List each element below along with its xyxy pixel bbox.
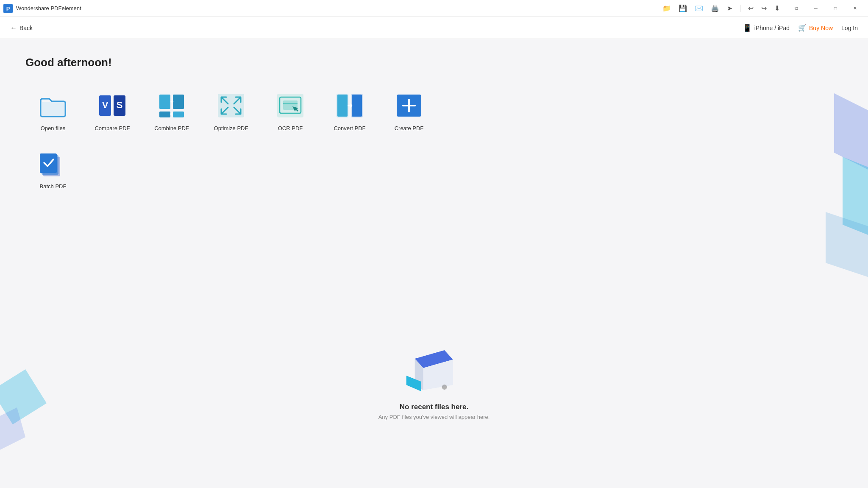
- optimize-pdf-icon: [216, 90, 246, 121]
- create-pdf-button[interactable]: Create PDF: [381, 86, 437, 136]
- ocr-pdf-label: OCR PDF: [278, 125, 303, 131]
- tools-grid: Open files V S Compare PDF: [25, 86, 843, 136]
- svg-text:V: V: [102, 100, 108, 110]
- navbar-right: 📱 iPhone / iPad 🛒 Buy Now Log In: [743, 23, 858, 33]
- redo-icon[interactable]: ↪: [760, 3, 768, 13]
- mobile-icon: 📱: [743, 23, 752, 33]
- ocr-pdf-button[interactable]: OCR PDF: [263, 86, 318, 136]
- svg-text:P: P: [6, 6, 10, 12]
- app-logo: P: [3, 4, 13, 13]
- combine-pdf-icon: [156, 90, 187, 121]
- combine-pdf-label: Combine PDF: [154, 125, 189, 131]
- empty-state-illustration: [404, 343, 464, 398]
- create-pdf-label: Create PDF: [395, 125, 424, 131]
- ocr-pdf-icon: [275, 90, 306, 121]
- compare-pdf-icon: V S: [97, 90, 128, 121]
- print-icon[interactable]: 🖨️: [709, 3, 721, 13]
- convert-pdf-icon: [334, 90, 365, 121]
- navbar: ← Back 📱 iPhone / iPad 🛒 Buy Now Log In: [0, 17, 868, 39]
- empty-state-title: No recent files here.: [378, 403, 490, 411]
- combine-pdf-button[interactable]: Combine PDF: [144, 86, 199, 136]
- create-pdf-icon: [394, 90, 424, 121]
- forward-icon[interactable]: ➤: [725, 3, 734, 13]
- restore-button[interactable]: ⧉: [787, 2, 806, 15]
- greeting-heading: Good afternoon!: [25, 56, 843, 69]
- svg-marker-35: [0, 407, 25, 450]
- download-icon[interactable]: ⬇: [773, 3, 782, 13]
- svg-text:S: S: [117, 100, 123, 110]
- app-title: Wondershare PDFelement: [16, 5, 661, 11]
- iphone-ipad-label: iPhone / iPad: [754, 25, 790, 31]
- svg-rect-2: [41, 102, 65, 117]
- svg-rect-18: [337, 95, 348, 117]
- convert-pdf-label: Convert PDF: [334, 125, 365, 131]
- window-controls: ⧉ ─ □ ✕: [787, 2, 865, 15]
- close-button[interactable]: ✕: [845, 2, 865, 15]
- batch-pdf-icon: [38, 148, 68, 179]
- iphone-ipad-button[interactable]: 📱 iPhone / iPad: [743, 23, 790, 33]
- batch-pdf-button[interactable]: Batch PDF: [25, 144, 81, 194]
- svg-point-30: [442, 385, 447, 390]
- svg-marker-34: [0, 369, 47, 424]
- buy-now-label: Buy Now: [809, 25, 833, 31]
- svg-rect-25: [40, 153, 57, 173]
- convert-pdf-button[interactable]: Convert PDF: [322, 86, 377, 136]
- toolbar-separator: [740, 5, 740, 12]
- open-files-button[interactable]: Open files: [25, 86, 81, 136]
- maximize-button[interactable]: □: [826, 2, 845, 15]
- folder-icon[interactable]: 📁: [661, 3, 673, 13]
- login-label: Log In: [841, 25, 858, 31]
- minimize-button[interactable]: ─: [806, 2, 826, 15]
- main-content: Good afternoon! Open files: [0, 39, 868, 194]
- tools-grid-row2: Batch PDF: [25, 144, 843, 194]
- svg-rect-10: [173, 112, 184, 117]
- buy-now-button[interactable]: 🛒 Buy Now: [798, 24, 833, 32]
- back-arrow-icon: ←: [10, 24, 17, 32]
- back-button[interactable]: ← Back: [10, 24, 33, 32]
- undo-icon[interactable]: ↩: [746, 3, 755, 13]
- titlebar: P Wondershare PDFelement 📁 💾 ✉️ 🖨️ ➤ ↩ ↪…: [0, 0, 868, 17]
- compare-pdf-button[interactable]: V S Compare PDF: [85, 86, 140, 136]
- optimize-pdf-label: Optimize PDF: [214, 125, 248, 131]
- toolbar-icons: 📁 💾 ✉️ 🖨️ ➤ ↩ ↪ ⬇: [661, 3, 782, 13]
- svg-rect-9: [159, 112, 170, 117]
- cart-icon: 🛒: [798, 24, 807, 32]
- save-icon[interactable]: 💾: [677, 3, 689, 13]
- mail-icon[interactable]: ✉️: [693, 3, 705, 13]
- batch-pdf-label: Batch PDF: [40, 183, 67, 190]
- open-files-icon: [38, 90, 68, 121]
- svg-rect-19: [352, 95, 362, 117]
- deco-left: [0, 369, 42, 454]
- empty-state: No recent files here. Any PDF files you'…: [378, 343, 490, 420]
- svg-marker-33: [826, 212, 868, 280]
- empty-state-subtitle: Any PDF files you've viewed will appear …: [378, 414, 490, 420]
- compare-pdf-label: Compare PDF: [95, 125, 130, 131]
- svg-rect-7: [159, 95, 170, 109]
- svg-rect-8: [173, 95, 184, 109]
- back-label: Back: [19, 25, 33, 31]
- optimize-pdf-button[interactable]: Optimize PDF: [203, 86, 259, 136]
- open-files-label: Open files: [41, 125, 66, 131]
- login-button[interactable]: Log In: [841, 25, 858, 31]
